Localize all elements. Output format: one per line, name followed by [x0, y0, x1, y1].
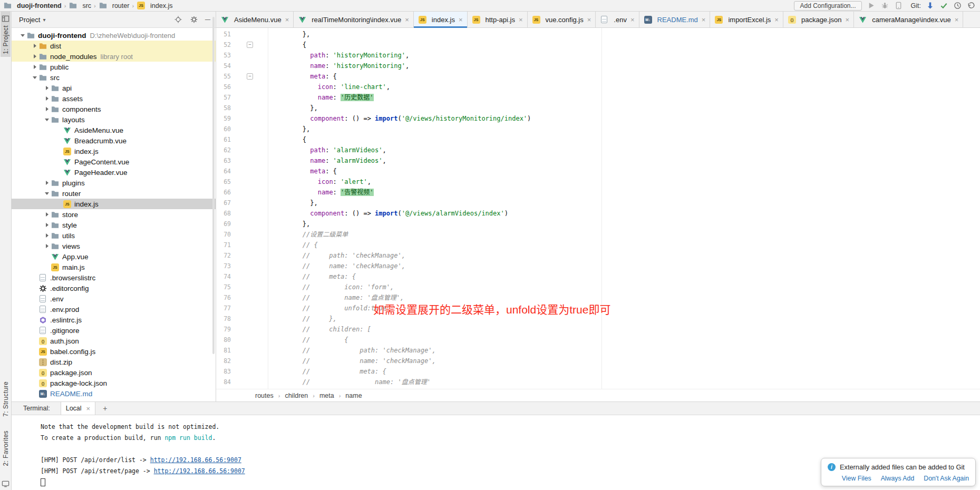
chevron-expanded-icon[interactable]: [43, 119, 51, 121]
code-line[interactable]: 58 },: [216, 103, 980, 113]
chevron-down-icon[interactable]: ▾: [43, 17, 45, 23]
code-line[interactable]: 51 },: [216, 29, 980, 40]
tab-http-api.js[interactable]: http-api.js×: [468, 12, 528, 27]
chevron-collapsed-icon[interactable]: [43, 107, 51, 111]
code-line[interactable]: 60 },: [216, 124, 980, 134]
fold-marker-icon[interactable]: [231, 71, 257, 82]
locate-file-icon[interactable]: [173, 15, 182, 24]
code-line[interactable]: 81 // path: 'checkManage',: [216, 345, 980, 356]
tree-item-layouts[interactable]: layouts: [12, 114, 216, 125]
tree-item-components[interactable]: components: [12, 104, 216, 114]
close-icon[interactable]: ×: [405, 16, 409, 24]
tree-item-views[interactable]: views: [12, 241, 216, 251]
fold-marker-icon[interactable]: [231, 40, 257, 50]
code-line[interactable]: 82 // name: 'checkManage',: [216, 356, 980, 366]
tree-item-auth.json[interactable]: auth.json: [12, 336, 216, 346]
tab-realTimeMonitoring\index.vue[interactable]: realTimeMonitoring\index.vue×: [294, 12, 414, 27]
tree-item-.env.prod[interactable]: .env.prod: [12, 304, 216, 315]
code-line[interactable]: 64 meta: {: [216, 166, 980, 177]
tree-item-main.js[interactable]: main.js: [12, 262, 216, 272]
code-line[interactable]: 72 // path: 'checkManage',: [216, 250, 980, 261]
tree-item-Breadcrumb.vue[interactable]: Breadcrumb.vue: [12, 135, 216, 146]
notification-action-view-files[interactable]: View Files: [842, 475, 871, 482]
code-line[interactable]: 63 name: 'alarmVideos',: [216, 155, 980, 166]
code-line[interactable]: 83 // meta: {: [216, 366, 980, 377]
tree-item-AsideMenu.vue[interactable]: AsideMenu.vue: [12, 125, 216, 135]
tree-item-node_modules[interactable]: node_moduleslibrary root: [12, 51, 216, 62]
editor-breadcrumb-item[interactable]: meta: [319, 392, 334, 399]
code-line[interactable]: 71 // {: [216, 240, 980, 250]
code-line[interactable]: 69 },: [216, 219, 980, 229]
tree-item-.gitignore[interactable]: .gitignore: [12, 325, 216, 336]
code-line[interactable]: 79 // children: [: [216, 324, 980, 335]
breadcrumb-item[interactable]: router: [99, 2, 130, 10]
tree-item-.eslintrc.js[interactable]: .eslintrc.js: [12, 315, 216, 325]
code-line[interactable]: 62 path: 'alarmVideos',: [216, 145, 980, 155]
notification-action-always-add[interactable]: Always Add: [881, 475, 915, 482]
code-editor[interactable]: 51 },52 {53 path: 'historyMonitoring',54…: [216, 28, 980, 389]
git-update-icon[interactable]: [926, 1, 935, 10]
close-icon[interactable]: ×: [846, 16, 850, 24]
tree-item-src[interactable]: src: [12, 72, 216, 83]
tree-item-style[interactable]: style: [12, 220, 216, 230]
chevron-collapsed-icon[interactable]: [43, 96, 51, 101]
toolwindow-project-button[interactable]: 1: Project: [1, 12, 11, 57]
tree-item-index.js[interactable]: index.js: [12, 199, 216, 209]
tab-index.js[interactable]: index.js×: [414, 12, 468, 27]
code-line[interactable]: 53 path: 'historyMonitoring',: [216, 50, 980, 61]
tree-item-plugins[interactable]: plugins: [12, 178, 216, 188]
tab-cameraManage\index.vue[interactable]: cameraManage\index.vue×: [854, 12, 963, 27]
tree-item-package-lock.json[interactable]: package-lock.json: [12, 378, 216, 388]
tree-item-package.json[interactable]: package.json: [12, 367, 216, 378]
tree-item-.editorconfig[interactable]: .editorconfig: [12, 283, 216, 293]
tree-item-App.vue[interactable]: App.vue: [12, 251, 216, 262]
code-line[interactable]: 56 icon: 'line-chart',: [216, 82, 980, 92]
device-preview-icon[interactable]: [894, 1, 903, 10]
chevron-collapsed-icon[interactable]: [43, 181, 51, 185]
rollback-icon[interactable]: [967, 1, 976, 10]
tree-item-public[interactable]: public: [12, 62, 216, 72]
code-line[interactable]: 52 {: [216, 40, 980, 50]
toolwindow-switcher-icon[interactable]: [1, 479, 10, 488]
code-line[interactable]: 61 {: [216, 134, 980, 145]
add-configuration-button[interactable]: Add Configuration...: [794, 1, 861, 11]
chevron-collapsed-icon[interactable]: [43, 86, 51, 90]
editor-breadcrumb-item[interactable]: children: [285, 392, 308, 399]
tree-item-duoji-frontend[interactable]: duoji-frontendD:\zheheWeb\duoji-frontend: [12, 30, 216, 41]
notification-action-don-t-ask-again[interactable]: Don't Ask Again: [924, 475, 969, 482]
toolwindow-favorites-button[interactable]: 2: Favorites: [2, 430, 9, 466]
terminal-link[interactable]: http://192.168.66.56:9007: [154, 467, 245, 475]
close-icon[interactable]: ×: [587, 16, 591, 24]
tree-item-.browserslistrc[interactable]: .browserslistrc: [12, 272, 216, 283]
code-line[interactable]: 80 // {: [216, 335, 980, 345]
tree-item-index.js[interactable]: index.js: [12, 146, 216, 156]
close-icon[interactable]: ×: [86, 405, 91, 413]
code-line[interactable]: 68 component: () => import('@/views/alar…: [216, 208, 980, 219]
close-icon[interactable]: ×: [774, 16, 779, 24]
tree-item-assets[interactable]: assets: [12, 93, 216, 104]
project-panel-title[interactable]: Project: [19, 16, 40, 24]
tab-package.json[interactable]: package.json×: [783, 12, 854, 27]
close-icon[interactable]: ×: [519, 16, 523, 24]
terminal-link[interactable]: http://192.168.66.56:9007: [150, 456, 241, 464]
code-line[interactable]: 67 },: [216, 198, 980, 208]
close-icon[interactable]: ×: [459, 16, 463, 24]
terminal-tab-local[interactable]: Local ×: [61, 402, 95, 415]
code-line[interactable]: 74 // meta: {: [216, 271, 980, 282]
tree-item-dist[interactable]: dist: [12, 41, 216, 51]
chevron-collapsed-icon[interactable]: [43, 244, 51, 248]
breadcrumb-item[interactable]: duoji-frontend: [3, 2, 62, 10]
code-line[interactable]: 73 // name: 'checkManage',: [216, 261, 980, 271]
tree-item-router[interactable]: router: [12, 188, 216, 199]
breadcrumb-item[interactable]: src: [69, 2, 91, 10]
code-line[interactable]: 55 meta: {: [216, 71, 980, 82]
chevron-collapsed-icon[interactable]: [43, 223, 51, 227]
gear-icon[interactable]: [189, 15, 198, 24]
tree-item-dist.zip[interactable]: dist.zip: [12, 357, 216, 367]
chevron-collapsed-icon[interactable]: [31, 44, 38, 48]
chevron-expanded-icon[interactable]: [19, 34, 26, 37]
chevron-expanded-icon[interactable]: [31, 76, 38, 79]
git-commit-icon[interactable]: [939, 1, 948, 10]
history-icon[interactable]: [953, 1, 962, 10]
debug-icon[interactable]: [880, 1, 889, 10]
